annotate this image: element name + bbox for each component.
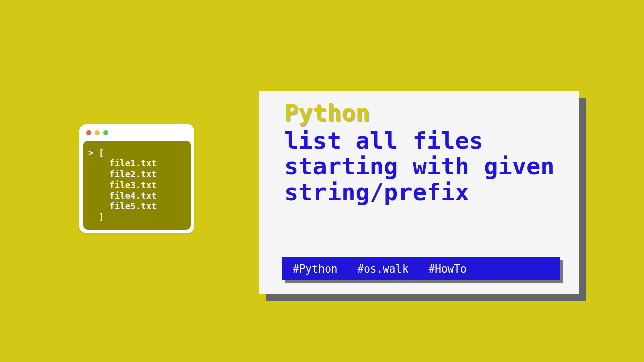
tag-bar: #Python #os.walk #HowTo [282, 257, 560, 280]
tag-howto: #HowTo [429, 263, 467, 275]
tag-python: #Python [293, 263, 338, 275]
card-title: Python [284, 101, 560, 124]
tag-oswalk: #os.walk [358, 263, 409, 275]
close-dot-icon [86, 130, 91, 135]
terminal-frame: > [ file1.txt file2.txt file3.txt file4.… [79, 124, 194, 233]
content-card: Python list all files starting with give… [259, 90, 579, 294]
minimize-dot-icon [95, 130, 100, 135]
terminal-titlebar [79, 124, 194, 141]
terminal-window: > [ file1.txt file2.txt file3.txt file4.… [79, 124, 194, 233]
card-subtitle: list all files starting with given strin… [284, 128, 560, 205]
terminal-output: > [ file1.txt file2.txt file3.txt file4.… [83, 141, 191, 230]
maximize-dot-icon [103, 130, 108, 135]
